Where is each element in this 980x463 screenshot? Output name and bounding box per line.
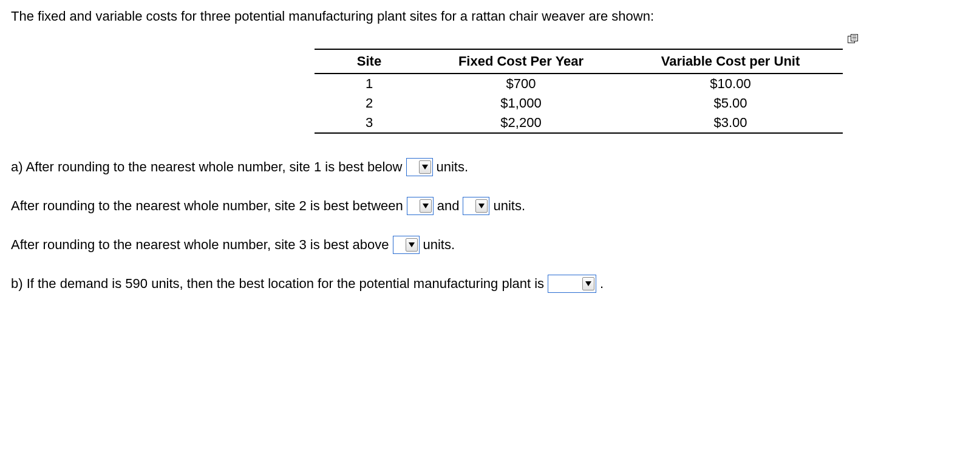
- question-b: b) If the demand is 590 units, then the …: [11, 275, 969, 293]
- question-a2-pre: After rounding to the nearest whole numb…: [11, 198, 403, 214]
- cell-variable: $10.00: [618, 74, 843, 94]
- question-b-pre: b) If the demand is 590 units, then the …: [11, 276, 544, 292]
- svg-marker-9: [585, 281, 591, 286]
- table-row: 2 $1,000 $5.00: [315, 94, 843, 113]
- question-a2-post: units.: [493, 198, 525, 214]
- svg-marker-5: [422, 165, 428, 170]
- table-header-row: Site Fixed Cost Per Year Variable Cost p…: [315, 49, 843, 74]
- question-a2-mid: and: [437, 198, 460, 214]
- cell-fixed: $1,000: [424, 94, 618, 113]
- chevron-down-icon: [406, 238, 418, 252]
- svg-marker-6: [423, 204, 429, 208]
- site1-below-dropdown[interactable]: [406, 158, 433, 176]
- table-row: 3 $2,200 $3.00: [315, 113, 843, 133]
- cell-fixed: $2,200: [424, 113, 618, 133]
- svg-marker-8: [409, 242, 415, 247]
- cell-variable: $5.00: [618, 94, 843, 113]
- chevron-down-icon: [419, 160, 431, 174]
- header-site: Site: [315, 49, 424, 74]
- question-a3: After rounding to the nearest whole numb…: [11, 236, 969, 254]
- site2-between-low-dropdown[interactable]: [407, 197, 434, 215]
- site2-between-high-dropdown[interactable]: [463, 197, 489, 215]
- question-a1-post: units.: [437, 159, 469, 175]
- question-a1: a) After rounding to the nearest whole n…: [11, 158, 969, 176]
- chevron-down-icon: [420, 199, 432, 213]
- best-location-dropdown[interactable]: [548, 275, 596, 293]
- cell-fixed: $700: [424, 74, 618, 94]
- header-variable: Variable Cost per Unit: [618, 49, 843, 74]
- question-a3-pre: After rounding to the nearest whole numb…: [11, 237, 389, 253]
- chevron-down-icon: [582, 277, 594, 290]
- popup-icon[interactable]: [848, 32, 859, 41]
- question-a3-post: units.: [423, 237, 455, 253]
- table-row: 1 $700 $10.00: [315, 74, 843, 94]
- question-a1-pre: a) After rounding to the nearest whole n…: [11, 159, 403, 175]
- site3-above-dropdown[interactable]: [393, 236, 420, 254]
- question-a2: After rounding to the nearest whole numb…: [11, 197, 969, 215]
- cell-site: 2: [315, 94, 424, 113]
- svg-marker-7: [478, 204, 485, 208]
- chevron-down-icon: [475, 199, 488, 213]
- cost-table-container: Site Fixed Cost Per Year Variable Cost p…: [315, 49, 843, 134]
- header-fixed: Fixed Cost Per Year: [424, 49, 618, 74]
- question-b-post: .: [600, 276, 604, 292]
- intro-text: The fixed and variable costs for three p…: [11, 9, 969, 24]
- cell-site: 3: [315, 113, 424, 133]
- cell-variable: $3.00: [618, 113, 843, 133]
- cell-site: 1: [315, 74, 424, 94]
- cost-table: Site Fixed Cost Per Year Variable Cost p…: [315, 49, 843, 134]
